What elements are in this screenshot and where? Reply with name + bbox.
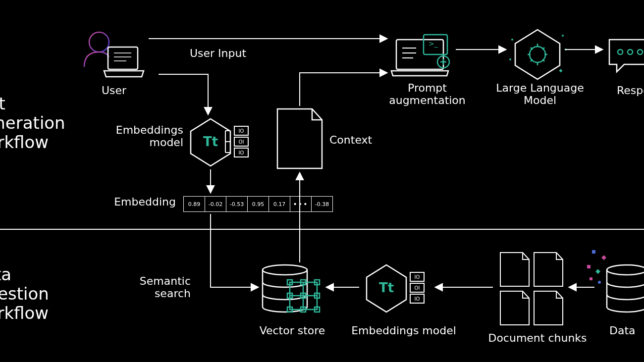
svg-rect-9: [234, 148, 248, 157]
embedding-cell-ellipsis: •••: [290, 196, 312, 212]
svg-rect-88: [601, 255, 606, 260]
label-user: User: [94, 84, 134, 97]
label-semantic-search: Semantic search: [126, 275, 191, 300]
svg-line-38: [542, 59, 544, 61]
prompt-augmentation-icon: >_: [391, 35, 449, 76]
arrow-context-to-prompt: [300, 73, 386, 106]
svg-marker-5: [191, 119, 230, 166]
arrow-user-to-embmodel: [159, 74, 208, 114]
label-document-chunks: Document chunks: [483, 332, 592, 344]
svg-rect-1: [108, 47, 138, 69]
svg-rect-66: [410, 294, 424, 303]
label-prompt-aug: Prompt augmentation: [381, 82, 473, 106]
svg-line-39: [531, 59, 533, 61]
section-divider: [0, 229, 644, 230]
svg-point-47: [628, 50, 633, 54]
embedding-cell: -0.38: [312, 196, 333, 212]
vector-store-icon: [263, 265, 320, 312]
label-embedding: Embedding: [111, 196, 176, 208]
svg-point-44: [509, 58, 511, 60]
svg-rect-59: [315, 293, 320, 298]
embedding-cell: 0.17: [269, 196, 290, 212]
document-chunks-icon: [500, 253, 563, 325]
svg-point-0: [89, 32, 109, 52]
label-data: Data: [609, 324, 644, 337]
svg-rect-65: [410, 283, 424, 292]
label-vector-store: Vector store: [253, 324, 332, 337]
svg-point-49: [263, 265, 307, 275]
svg-rect-89: [587, 265, 590, 268]
svg-point-41: [511, 39, 513, 41]
svg-marker-62: [367, 265, 406, 312]
response-icon: [609, 40, 644, 72]
context-document-icon: [277, 109, 322, 168]
svg-text:>_: >_: [429, 40, 438, 48]
svg-rect-57: [301, 280, 306, 285]
user-icon: [84, 32, 144, 77]
svg-text:Tt: Tt: [203, 134, 218, 149]
svg-rect-8: [234, 137, 248, 146]
svg-point-86: [607, 265, 644, 275]
section-title-textgen: Text Generation Workflow: [0, 94, 65, 152]
embedding-vector: 0.89 -0.02 -0.53 0.95 0.17 ••• -0.38: [183, 196, 333, 212]
svg-rect-22: [396, 40, 443, 69]
svg-text:OI: OI: [239, 139, 244, 145]
svg-text:IO: IO: [415, 274, 420, 280]
svg-rect-90: [595, 269, 600, 274]
label-llm: Large Language Model: [490, 82, 590, 106]
svg-point-43: [565, 49, 567, 51]
svg-rect-7: [234, 126, 248, 135]
embedding-cell: 0.89: [183, 196, 205, 212]
llm-icon: [509, 30, 567, 79]
svg-point-42: [562, 35, 564, 37]
embedding-cell: -0.02: [205, 196, 226, 212]
svg-rect-53: [287, 280, 292, 285]
label-response: Response: [617, 84, 644, 97]
label-context: Context: [329, 134, 389, 146]
svg-rect-91: [590, 277, 592, 280]
svg-rect-60: [301, 307, 306, 312]
svg-rect-64: [410, 272, 424, 281]
svg-rect-55: [287, 307, 292, 312]
graphics-layer: Tt IO OI IO: [0, 0, 644, 362]
label-emb-model-bottom: Embeddings model: [349, 324, 458, 337]
svg-rect-87: [592, 250, 595, 254]
svg-point-28: [437, 56, 449, 68]
rag-architecture-diagram: Text Generation Workflow Data Ingestion …: [0, 0, 644, 362]
embedding-cell: -0.53: [226, 196, 248, 212]
svg-text:OI: OI: [415, 285, 420, 291]
section-title-dataing: Data Ingestion Workflow: [0, 265, 49, 323]
label-user-input: User Input: [183, 47, 253, 59]
embeddings-model-bottom-icon: Tt IO OI IO: [367, 265, 424, 312]
svg-rect-26: [424, 35, 447, 54]
svg-text:Tt: Tt: [379, 280, 394, 295]
embeddings-model-icon: Tt IO OI IO: [191, 119, 248, 166]
svg-rect-58: [287, 293, 292, 298]
svg-marker-31: [515, 30, 560, 79]
embedding-cell: 0.95: [248, 196, 269, 212]
svg-text:IO: IO: [239, 128, 244, 134]
svg-point-48: [638, 50, 643, 54]
svg-point-46: [618, 50, 623, 54]
svg-point-92: [598, 281, 601, 284]
svg-rect-45: [559, 69, 562, 72]
svg-line-40: [542, 48, 544, 50]
svg-point-32: [530, 47, 545, 62]
svg-line-37: [531, 48, 533, 50]
svg-rect-54: [315, 280, 320, 285]
arrow-embedding-to-vectorstore: [211, 214, 258, 287]
svg-rect-50: [290, 282, 317, 310]
svg-text:IO: IO: [415, 296, 420, 302]
label-emb-model-top: Embeddings model: [104, 124, 183, 149]
svg-text:IO: IO: [239, 150, 244, 155]
svg-rect-61: [301, 293, 306, 298]
svg-rect-56: [315, 307, 320, 312]
data-icon: [587, 250, 644, 312]
